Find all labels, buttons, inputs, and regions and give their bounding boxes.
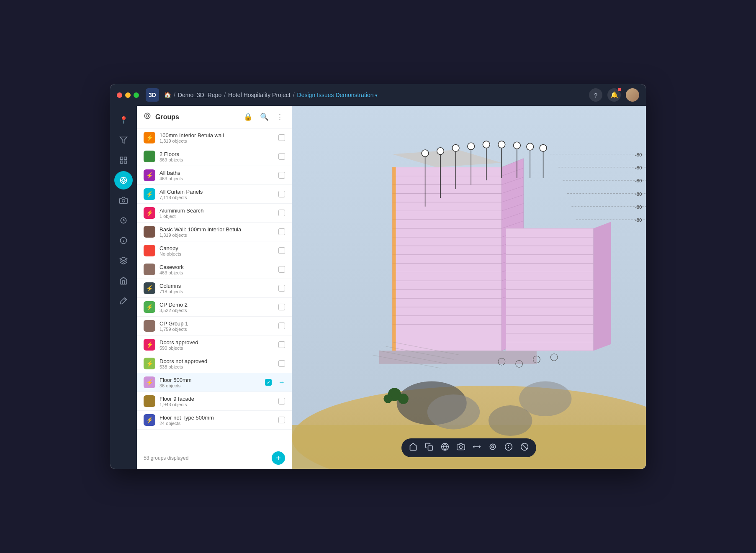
group-info: CP Group 1 1,759 objects <box>159 320 274 332</box>
group-list-item[interactable]: ⚡ Floor not Type 500mm 24 objects <box>137 411 292 430</box>
vt-pan-button[interactable] <box>472 442 482 454</box>
group-list-item[interactable]: ⚡ 100mm Interior Betula wall 1,319 objec… <box>137 128 292 147</box>
group-color-icon: ⚡ <box>144 169 155 181</box>
group-checkbox[interactable] <box>278 285 285 292</box>
avatar[interactable] <box>626 88 639 102</box>
lock-button[interactable]: 🔒 <box>242 111 254 123</box>
group-list-item[interactable]: ⚡ All baths 463 objects <box>137 166 292 185</box>
svg-rect-2 <box>124 157 127 160</box>
group-checkbox[interactable] <box>278 153 285 160</box>
group-checkbox[interactable] <box>278 417 285 423</box>
group-checkbox[interactable] <box>278 172 285 179</box>
sidebar-icon-layers[interactable] <box>114 251 133 270</box>
group-checkbox[interactable] <box>278 266 285 273</box>
vt-copy-button[interactable] <box>424 442 434 454</box>
group-checkbox[interactable] <box>278 228 285 235</box>
vt-disable-button[interactable] <box>519 442 530 454</box>
group-checkbox[interactable] <box>278 191 285 197</box>
sidebar-icon-filter[interactable] <box>114 131 133 149</box>
sidebar-icon-location[interactable]: 📍 <box>114 111 133 129</box>
group-count-label: 7,118 objects <box>159 195 274 200</box>
sidebar-icon-measure[interactable] <box>114 211 133 230</box>
group-list-item[interactable]: Basic Wall: 100mm Interior Betula 1,319 … <box>137 223 292 241</box>
group-name: Floor not Type 500mm <box>159 415 274 421</box>
vt-info-button[interactable] <box>504 442 514 454</box>
group-name: Columns <box>159 283 274 289</box>
sidebar-icon-info[interactable] <box>114 231 133 250</box>
groups-panel-title: Groups <box>155 113 238 121</box>
group-count-label: No objects <box>159 251 274 256</box>
notifications-button[interactable]: 🔔 <box>607 88 621 102</box>
group-info: 2 Floors 369 objects <box>159 151 274 162</box>
group-list-item[interactable]: ⚡ CP Demo 2 3,522 objects <box>137 298 292 317</box>
group-list-item[interactable]: ⚡ All Curtain Panels 7,118 objects <box>137 185 292 204</box>
svg-text:-80: -80 <box>635 205 642 210</box>
group-color-icon <box>144 226 155 238</box>
more-button[interactable]: ⋮ <box>275 111 285 123</box>
svg-text:-80: -80 <box>635 218 642 223</box>
group-name: 100mm Interior Betula wall <box>159 132 274 138</box>
svg-rect-28 <box>392 167 501 351</box>
group-info: Floor 9 facade 1,943 objects <box>159 396 274 407</box>
group-checkbox[interactable]: ✓ <box>265 379 272 386</box>
group-arrow-icon[interactable]: → <box>278 379 285 386</box>
group-list-item[interactable]: Floor 9 facade 1,943 objects <box>137 392 292 411</box>
group-color-icon: ⚡ <box>144 207 155 219</box>
svg-point-111 <box>489 405 532 436</box>
group-checkbox[interactable] <box>278 398 285 405</box>
breadcrumb-active-item[interactable]: Design Issues Demonstration <box>297 92 378 98</box>
group-color-icon: ⚡ <box>144 301 155 313</box>
group-color-icon: ⚡ <box>144 132 155 143</box>
minimize-btn[interactable] <box>125 92 131 98</box>
svg-text:-80: -80 <box>635 152 642 157</box>
group-list-item[interactable]: ⚡ Doors not approved 538 objects <box>137 354 292 373</box>
vt-home-button[interactable] <box>408 442 418 454</box>
group-checkbox[interactable] <box>278 304 285 310</box>
group-color-icon: ⚡ <box>144 282 155 294</box>
sidebar-icon-camera[interactable] <box>114 191 133 210</box>
group-list-item[interactable]: ⚡ Columns 718 objects <box>137 279 292 298</box>
group-list-item[interactable]: ⚡ Doors approved 590 objects <box>137 335 292 354</box>
group-checkbox[interactable] <box>278 247 285 254</box>
group-info: Floor 500mm 36 objects <box>159 377 261 388</box>
sidebar-icon-groups[interactable] <box>114 171 133 189</box>
help-button[interactable]: ? <box>589 88 602 102</box>
vt-camera-button[interactable] <box>456 442 466 454</box>
group-list-item[interactable]: Canopy No objects <box>137 241 292 260</box>
svg-point-83 <box>437 148 444 155</box>
group-list-item[interactable]: CP Group 1 1,759 objects <box>137 317 292 335</box>
sidebar-icon-ruler[interactable] <box>114 292 133 310</box>
add-group-button[interactable]: + <box>272 451 285 465</box>
group-count-label: 538 objects <box>159 364 274 369</box>
group-checkbox[interactable] <box>278 134 285 141</box>
viewport[interactable]: -80 -80 -80 -80 -80 -80 <box>292 106 646 469</box>
group-list-item[interactable]: 2 Floors 369 objects <box>137 147 292 166</box>
group-list-item[interactable]: ⚡ Floor 500mm 36 objects ✓ → <box>137 373 292 392</box>
group-checkbox[interactable] <box>278 210 285 216</box>
maximize-btn[interactable] <box>134 92 139 98</box>
group-checkbox[interactable] <box>278 360 285 367</box>
traffic-lights <box>117 92 139 98</box>
group-name: 2 Floors <box>159 151 274 157</box>
group-checkbox[interactable] <box>278 323 285 329</box>
group-list-item[interactable]: Casework 463 objects <box>137 260 292 279</box>
vt-focus-button[interactable] <box>488 442 498 454</box>
close-btn[interactable] <box>117 92 122 98</box>
search-button[interactable]: 🔍 <box>258 111 270 123</box>
svg-point-95 <box>527 143 534 150</box>
breadcrumb-home[interactable]: 🏠 <box>164 92 171 98</box>
breadcrumb-repo[interactable]: Demo_3D_Repo <box>178 92 221 98</box>
group-name: Aluminium Search <box>159 207 274 214</box>
svg-point-110 <box>427 394 480 430</box>
svg-point-20 <box>144 113 150 119</box>
group-info: Canopy No objects <box>159 245 274 256</box>
group-info: All baths 463 objects <box>159 170 274 181</box>
breadcrumb-project[interactable]: Hotel Hospitality Project <box>228 92 291 98</box>
group-list-item[interactable]: ⚡ Aluminium Search 1 object <box>137 204 292 223</box>
svg-point-114 <box>383 394 392 403</box>
sidebar-icon-grid[interactable] <box>114 151 133 169</box>
sidebar-icon-factory[interactable] <box>114 271 133 290</box>
vt-orbit-button[interactable] <box>440 442 450 454</box>
group-checkbox[interactable] <box>278 341 285 348</box>
svg-point-6 <box>122 179 125 182</box>
